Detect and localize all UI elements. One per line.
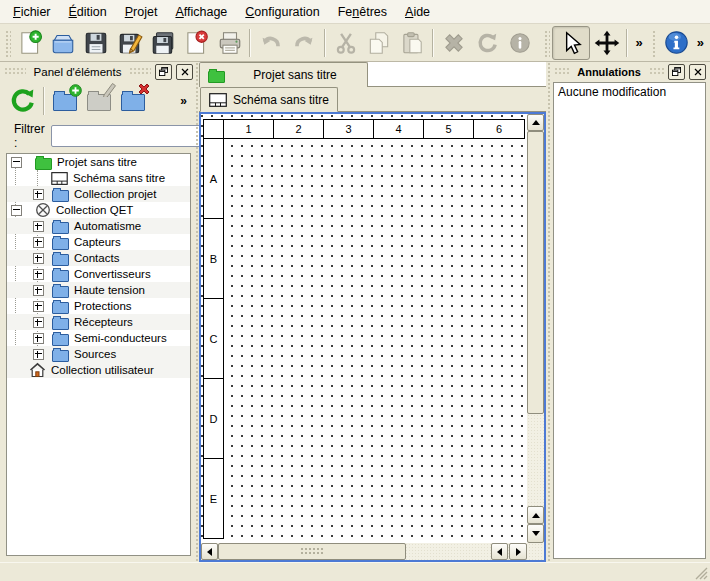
grid-corner-cell bbox=[203, 119, 224, 139]
grid-row-header: E bbox=[203, 458, 224, 539]
tree-item-schema[interactable]: Schéma sans titre bbox=[7, 170, 190, 186]
close-file-button[interactable] bbox=[180, 26, 213, 60]
print-button[interactable] bbox=[213, 26, 246, 60]
elements-panel-titlebar[interactable]: Panel d'éléments bbox=[2, 62, 195, 81]
redo-button[interactable] bbox=[288, 26, 321, 60]
toolbar-drag-handle[interactable] bbox=[543, 29, 550, 57]
panel-toolbar-separator bbox=[43, 87, 45, 115]
delete-category-button[interactable] bbox=[116, 85, 150, 117]
menu-fichier[interactable]: Fichier bbox=[4, 0, 60, 23]
expand-expander[interactable] bbox=[33, 253, 44, 264]
rotate-button[interactable] bbox=[470, 26, 503, 60]
tree-item-sources[interactable]: Sources bbox=[7, 346, 190, 362]
expand-expander[interactable] bbox=[33, 301, 44, 312]
menu-fenetres[interactable]: Fenêtres bbox=[329, 0, 396, 23]
copy-button[interactable] bbox=[362, 26, 395, 60]
tree-item-capteurs[interactable]: Capteurs bbox=[7, 234, 190, 250]
scroll-left-button-2[interactable] bbox=[491, 543, 508, 560]
save-as-button[interactable] bbox=[113, 26, 146, 60]
paste-button[interactable] bbox=[396, 26, 429, 60]
titlebar-texture bbox=[4, 67, 26, 76]
scroll-up-button[interactable] bbox=[527, 114, 544, 131]
tree-item-protections[interactable]: Protections bbox=[7, 298, 190, 314]
toolbar-overflow-button[interactable]: » bbox=[693, 28, 708, 58]
scroll-left-button[interactable] bbox=[201, 543, 218, 560]
save-all-button[interactable] bbox=[146, 26, 179, 60]
toolbar-overflow-button[interactable]: » bbox=[631, 28, 646, 58]
floppy-double-icon bbox=[150, 30, 176, 56]
pan-mode-button[interactable] bbox=[590, 26, 623, 60]
element-info-button[interactable] bbox=[504, 26, 537, 60]
info-blue-icon bbox=[663, 29, 690, 56]
scroll-up-button-2[interactable] bbox=[527, 506, 544, 524]
tree-item-projet[interactable]: Projet sans titre bbox=[7, 154, 190, 170]
close-panel-button[interactable] bbox=[176, 64, 193, 80]
rotate-icon bbox=[474, 30, 500, 56]
horizontal-scrollbar[interactable] bbox=[201, 543, 544, 560]
panel-overflow-button[interactable]: » bbox=[176, 86, 191, 116]
blue-folder-icon bbox=[52, 350, 69, 362]
tab-schema-sans-titre[interactable]: Schéma sans titre bbox=[200, 87, 338, 112]
pencil-badge-icon bbox=[102, 82, 117, 97]
menu-aide[interactable]: Aide bbox=[396, 0, 439, 23]
float-panel-button[interactable] bbox=[155, 64, 172, 80]
horizontal-scroll-thumb[interactable] bbox=[218, 543, 406, 560]
tree-item-haute-tension[interactable]: Haute tension bbox=[7, 282, 190, 298]
vertical-scrollbar[interactable] bbox=[527, 114, 544, 543]
tree-item-automatisme[interactable]: Automatisme bbox=[7, 218, 190, 234]
tree-item-semi-conducteurs[interactable]: Semi-conducteurs bbox=[7, 330, 190, 346]
collapse-expander[interactable] bbox=[11, 205, 22, 216]
printer-icon bbox=[217, 30, 243, 56]
cut-button[interactable] bbox=[329, 26, 362, 60]
menu-affichage[interactable]: Affichage bbox=[166, 0, 236, 23]
expand-expander[interactable] bbox=[33, 269, 44, 280]
toolbar-separator bbox=[432, 29, 434, 57]
scissors-icon bbox=[333, 30, 359, 56]
expand-expander[interactable] bbox=[33, 285, 44, 296]
tree-item-collection-projet[interactable]: Collection projet bbox=[7, 186, 190, 202]
toolbar-drag-handle[interactable] bbox=[651, 29, 658, 57]
edit-category-button[interactable] bbox=[82, 85, 116, 117]
menu-projet[interactable]: Projet bbox=[116, 0, 167, 23]
collapse-expander[interactable] bbox=[11, 157, 22, 168]
help-info-button[interactable] bbox=[659, 26, 692, 60]
expand-expander[interactable] bbox=[33, 237, 44, 248]
tree-item-collection-utilisateur[interactable]: Collection utilisateur bbox=[7, 362, 190, 378]
expand-expander[interactable] bbox=[33, 317, 44, 328]
scroll-down-button[interactable] bbox=[527, 524, 544, 543]
filter-input[interactable] bbox=[51, 125, 214, 147]
reload-collections-button[interactable] bbox=[6, 85, 40, 117]
undo-history-list[interactable]: Aucune modification bbox=[553, 82, 706, 559]
expand-expander[interactable] bbox=[33, 333, 44, 344]
close-panel-button[interactable] bbox=[689, 64, 706, 80]
blue-folder-icon bbox=[52, 318, 69, 330]
open-file-button[interactable] bbox=[46, 26, 79, 60]
scroll-right-button[interactable] bbox=[509, 543, 527, 560]
left-arrow-icon bbox=[497, 548, 502, 556]
diagram-canvas[interactable]: 1 2 3 4 5 6 A B C D E bbox=[201, 114, 527, 543]
expand-expander[interactable] bbox=[33, 349, 44, 360]
grid-column-header: 2 bbox=[273, 119, 324, 139]
select-mode-button[interactable] bbox=[552, 26, 590, 60]
resize-grip[interactable] bbox=[695, 567, 708, 580]
toolbar-drag-handle[interactable] bbox=[4, 29, 11, 57]
tree-item-contacts[interactable]: Contacts bbox=[7, 250, 190, 266]
float-panel-button[interactable] bbox=[668, 64, 685, 80]
tree-item-recepteurs[interactable]: Récepteurs bbox=[7, 314, 190, 330]
undo-button[interactable] bbox=[254, 26, 287, 60]
new-category-button[interactable] bbox=[48, 85, 82, 117]
undo-list-item[interactable]: Aucune modification bbox=[554, 83, 705, 101]
delete-button[interactable] bbox=[437, 26, 470, 60]
tree-item-collection-qet[interactable]: Collection QET bbox=[7, 202, 190, 218]
tab-projet-sans-titre[interactable]: Projet sans titre bbox=[199, 62, 368, 87]
expand-expander[interactable] bbox=[33, 189, 44, 200]
vertical-scroll-thumb[interactable] bbox=[527, 131, 544, 414]
new-file-button[interactable] bbox=[13, 26, 46, 60]
menu-configuration[interactable]: Configuration bbox=[236, 0, 328, 23]
expand-expander[interactable] bbox=[33, 221, 44, 232]
tree-item-convertisseurs[interactable]: Convertisseurs bbox=[7, 266, 190, 282]
undo-panel-titlebar[interactable]: Annulations bbox=[552, 62, 708, 81]
menu-edition[interactable]: Édition bbox=[60, 0, 116, 23]
save-button[interactable] bbox=[80, 26, 113, 60]
blue-folder-icon bbox=[52, 286, 69, 298]
